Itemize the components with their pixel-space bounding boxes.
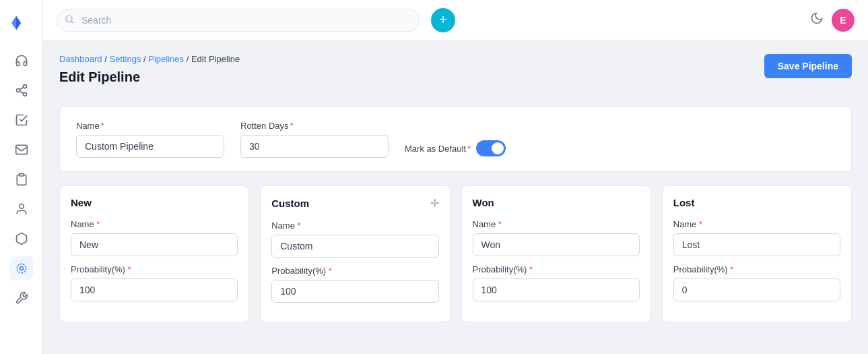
mark-default-toggle[interactable] (476, 140, 506, 156)
mark-default-label: Mark as Default* (405, 144, 471, 154)
stage-title-new: New (71, 197, 92, 208)
stage-name-input-won[interactable] (473, 233, 640, 256)
breadcrumb-sep3: / (187, 54, 191, 64)
svg-rect-8 (19, 174, 24, 176)
stage-prob-input-won[interactable] (473, 278, 640, 301)
stage-card-won: Won Name * Probability(%) * (461, 185, 651, 322)
avatar[interactable]: E (832, 9, 855, 32)
rotten-days-label: Rotten Days* (240, 121, 389, 131)
sidebar-item-mail[interactable] (9, 138, 34, 162)
add-button[interactable]: + (431, 8, 455, 32)
topbar: + E (43, 0, 868, 40)
stage-header-custom: Custom ✛ (271, 197, 438, 210)
search-icon (65, 14, 74, 26)
stage-name-group-won: Name * (473, 219, 640, 256)
stage-card-lost: Lost Name * Probability(%) * (662, 185, 852, 322)
stage-title-won: Won (473, 197, 494, 208)
sidebar-item-contacts[interactable] (9, 197, 34, 221)
svg-point-9 (19, 204, 24, 209)
svg-line-5 (20, 91, 24, 93)
breadcrumb-settings[interactable]: Settings (109, 54, 141, 64)
theme-toggle-icon[interactable] (810, 11, 824, 28)
search-container (57, 9, 420, 32)
logo[interactable] (0, 8, 42, 38)
stage-name-group-custom: Name * (271, 220, 438, 258)
rotten-days-group: Rotten Days* (240, 121, 389, 158)
stages-row: New Name * Probability(%) * Custom ✛ Nam… (59, 185, 852, 322)
name-group: Name* (76, 121, 224, 158)
sidebar-item-pipeline[interactable] (9, 256, 34, 281)
stage-header-won: Won (473, 197, 640, 208)
sidebar-item-social[interactable] (9, 78, 34, 102)
sidebar-item-clipboard[interactable] (9, 167, 34, 191)
stage-prob-group-new: Probability(%) * (71, 264, 238, 301)
sidebar-item-products[interactable] (9, 227, 34, 251)
svg-line-13 (71, 21, 73, 23)
name-label: Name* (76, 121, 224, 131)
sidebar-item-headset[interactable] (9, 49, 34, 73)
sidebar-item-tasks[interactable] (9, 108, 34, 132)
page-title: Edit Pipeline (59, 69, 240, 85)
logo-icon (7, 13, 26, 32)
stage-name-label-lost: Name * (673, 219, 840, 229)
stage-name-label-new: Name * (71, 219, 238, 229)
stage-name-label-won: Name * (473, 219, 640, 229)
svg-point-12 (66, 16, 72, 22)
stage-prob-group-custom: Probability(%) * (271, 266, 438, 303)
rotten-days-input[interactable] (240, 135, 389, 158)
page-content: Dashboard / Settings / Pipelines / Edit … (43, 40, 868, 354)
search-input[interactable] (57, 9, 420, 32)
save-pipeline-button[interactable]: Save Pipeline (764, 54, 852, 78)
topbar-right: E (810, 9, 855, 32)
svg-rect-7 (15, 145, 27, 154)
stage-card-custom: Custom ✛ Name * Probability(%) * (260, 185, 450, 322)
stage-prob-label-won: Probability(%) * (473, 264, 640, 274)
stage-prob-label-lost: Probability(%) * (673, 264, 840, 274)
svg-line-6 (20, 87, 24, 89)
drag-icon[interactable]: ✛ (430, 197, 439, 210)
svg-point-2 (23, 85, 26, 88)
stage-header-lost: Lost (673, 197, 840, 208)
stage-prob-label-new: Probability(%) * (71, 264, 238, 274)
svg-point-4 (23, 92, 26, 96)
stage-prob-group-lost: Probability(%) * (673, 264, 840, 301)
stage-prob-input-lost[interactable] (673, 278, 840, 301)
stage-prob-input-new[interactable] (71, 278, 238, 301)
stage-title-lost: Lost (673, 197, 695, 208)
sidebar-item-settings[interactable] (9, 286, 34, 310)
stage-title-custom: Custom (271, 198, 309, 209)
sidebar (0, 0, 43, 354)
stage-name-input-custom[interactable] (271, 235, 438, 258)
breadcrumb-dashboard[interactable]: Dashboard (59, 54, 102, 64)
stage-card-new: New Name * Probability(%) * (59, 185, 249, 322)
stage-prob-input-custom[interactable] (271, 280, 438, 303)
breadcrumb-current: Edit Pipeline (191, 54, 240, 64)
svg-point-10 (20, 267, 23, 270)
breadcrumb-pipelines[interactable]: Pipelines (148, 54, 184, 64)
stage-name-input-lost[interactable] (673, 233, 840, 256)
stage-name-group-lost: Name * (673, 219, 840, 256)
mark-default-group: Mark as Default* (405, 140, 506, 158)
stage-name-label-custom: Name * (271, 220, 438, 231)
breadcrumb: Dashboard / Settings / Pipelines / Edit … (59, 54, 240, 64)
pipeline-form-card: Name* Rotten Days* Mark as Default* (59, 107, 852, 172)
svg-marker-1 (16, 16, 21, 30)
main-wrapper: + E Dashboard / Settings / Pipelines / E… (43, 0, 868, 354)
stage-header-new: New (71, 197, 238, 208)
stage-prob-group-won: Probability(%) * (473, 264, 640, 301)
stage-name-group-new: Name * (71, 219, 238, 256)
breadcrumb-title-group: Dashboard / Settings / Pipelines / Edit … (59, 54, 240, 96)
svg-point-3 (16, 89, 20, 92)
header-row: Dashboard / Settings / Pipelines / Edit … (59, 54, 852, 96)
pipeline-name-input[interactable] (76, 135, 224, 158)
stage-name-input-new[interactable] (71, 233, 238, 256)
svg-point-11 (17, 264, 26, 272)
form-row: Name* Rotten Days* Mark as Default* (76, 121, 835, 158)
stage-prob-label-custom: Probability(%) * (271, 266, 438, 276)
